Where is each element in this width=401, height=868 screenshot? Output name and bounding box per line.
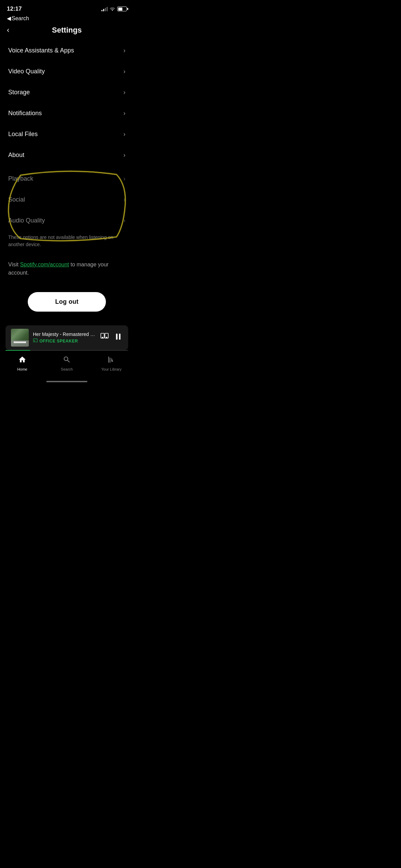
- wifi-icon: [110, 6, 115, 12]
- settings-item-social[interactable]: Social ›: [0, 189, 134, 210]
- now-playing-bar[interactable]: Her Majesty - Remastered 2009 • T OFFICE…: [5, 325, 128, 350]
- signal-icon: [101, 7, 108, 11]
- nav-label-library: Your Library: [101, 367, 122, 371]
- chevron-right-icon: ›: [123, 68, 125, 75]
- settings-item-label: Local Files: [8, 131, 38, 138]
- svg-rect-6: [108, 357, 109, 363]
- svg-point-3: [106, 337, 107, 338]
- album-art: [11, 329, 29, 347]
- chevron-right-icon: ›: [123, 47, 125, 54]
- chevron-right-icon: ›: [123, 196, 125, 203]
- settings-item-playback[interactable]: Playback ›: [0, 168, 134, 189]
- status-icons: [101, 6, 127, 12]
- chevron-right-icon: ›: [123, 89, 125, 96]
- home-bar: [46, 381, 87, 382]
- progress-bar: [5, 350, 128, 351]
- account-prefix: Visit: [8, 262, 20, 267]
- settings-item-audio-quality[interactable]: Audio Quality ›: [0, 210, 134, 231]
- settings-item-label: Notifications: [8, 110, 42, 117]
- back-button[interactable]: ‹: [7, 26, 9, 35]
- chevron-right-icon: ›: [123, 152, 125, 159]
- library-icon: [107, 355, 116, 366]
- chevron-right-icon: ›: [123, 217, 125, 224]
- nav-label-search: Search: [61, 367, 73, 371]
- chevron-right-icon: ›: [123, 131, 125, 138]
- settings-item-label: Playback: [8, 175, 33, 182]
- chevron-right-icon: ›: [123, 175, 125, 182]
- settings-item-storage[interactable]: Storage ›: [0, 82, 134, 103]
- pause-button[interactable]: [114, 332, 123, 343]
- track-title: Her Majesty - Remastered 2009 • T: [33, 331, 96, 337]
- track-info: Her Majesty - Remastered 2009 • T OFFICE…: [33, 331, 96, 344]
- search-icon: [63, 355, 71, 366]
- settings-item-label: Audio Quality: [8, 217, 45, 224]
- nav-item-search[interactable]: Search: [45, 355, 89, 371]
- home-icon: [18, 355, 26, 366]
- back-nav: ◀ Search: [0, 15, 134, 23]
- settings-item-voice-assistants[interactable]: Voice Assistants & Apps ›: [0, 40, 134, 61]
- nav-label-home: Home: [17, 367, 27, 371]
- back-label: ◀ Search: [7, 15, 29, 22]
- logout-container: Log out: [0, 285, 134, 325]
- nav-item-library[interactable]: Your Library: [89, 355, 134, 371]
- settings-item-notifications[interactable]: Notifications ›: [0, 103, 134, 124]
- device-label: OFFICE SPEAKER: [39, 339, 78, 343]
- svg-rect-4: [116, 334, 118, 339]
- svg-rect-5: [119, 334, 120, 339]
- account-section: Visit Spotify.com/account to manage your…: [0, 255, 134, 285]
- settings-item-label: Video Quality: [8, 68, 45, 75]
- battery-icon: [117, 7, 127, 11]
- logout-button[interactable]: Log out: [28, 292, 106, 312]
- settings-item-local-files[interactable]: Local Files ›: [0, 124, 134, 145]
- player-controls: [100, 332, 123, 343]
- settings-title: Settings: [52, 26, 82, 35]
- cast-icon: [33, 338, 38, 344]
- settings-header: ‹ Settings: [0, 23, 134, 40]
- settings-item-label: About: [8, 152, 24, 159]
- status-bar: 12:17: [0, 0, 134, 15]
- note-text: These options are not available when lis…: [0, 231, 134, 255]
- home-indicator: [0, 378, 134, 385]
- status-time: 12:17: [7, 5, 22, 12]
- settings-item-label: Social: [8, 196, 25, 203]
- settings-item-label: Voice Assistants & Apps: [8, 47, 74, 54]
- progress-fill: [5, 350, 30, 351]
- chevron-right-icon: ›: [123, 110, 125, 117]
- nav-item-home[interactable]: Home: [0, 355, 45, 371]
- track-device: OFFICE SPEAKER: [33, 338, 96, 344]
- svg-rect-7: [110, 358, 110, 363]
- settings-item-video-quality[interactable]: Video Quality ›: [0, 61, 134, 82]
- connect-devices-icon[interactable]: [100, 332, 109, 343]
- settings-item-label: Storage: [8, 89, 30, 96]
- settings-list: Voice Assistants & Apps › Video Quality …: [0, 40, 134, 255]
- settings-item-about[interactable]: About ›: [0, 145, 134, 166]
- svg-point-2: [102, 337, 103, 338]
- account-link[interactable]: Spotify.com/account: [20, 262, 69, 267]
- bottom-nav: Home Search Your Library: [0, 352, 134, 378]
